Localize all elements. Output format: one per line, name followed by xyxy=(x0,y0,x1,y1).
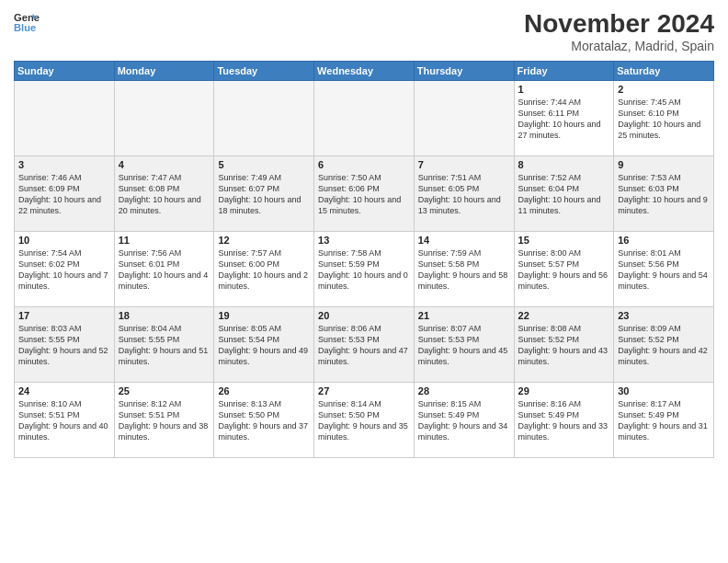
weekday-header: Tuesday xyxy=(214,62,314,81)
title-block: November 2024 Moratalaz, Madrid, Spain xyxy=(524,9,714,53)
location: Moratalaz, Madrid, Spain xyxy=(524,39,714,53)
day-info: Sunrise: 7:47 AM Sunset: 6:08 PM Dayligh… xyxy=(119,172,210,217)
day-info: Sunrise: 7:51 AM Sunset: 6:05 PM Dayligh… xyxy=(418,172,510,217)
day-number: 17 xyxy=(18,310,110,321)
calendar-cell: 29Sunrise: 8:16 AM Sunset: 5:49 PM Dayli… xyxy=(514,383,614,458)
day-info: Sunrise: 8:12 AM Sunset: 5:51 PM Dayligh… xyxy=(119,398,210,443)
day-info: Sunrise: 8:10 AM Sunset: 5:51 PM Dayligh… xyxy=(18,398,110,443)
calendar-cell: 11Sunrise: 7:56 AM Sunset: 6:01 PM Dayli… xyxy=(114,232,214,307)
calendar-cell: 6Sunrise: 7:50 AM Sunset: 6:06 PM Daylig… xyxy=(314,156,415,232)
calendar-week-row: 10Sunrise: 7:54 AM Sunset: 6:02 PM Dayli… xyxy=(15,232,714,307)
day-number: 15 xyxy=(518,235,610,246)
calendar-cell: 23Sunrise: 8:09 AM Sunset: 5:52 PM Dayli… xyxy=(614,307,714,383)
calendar-cell: 27Sunrise: 8:14 AM Sunset: 5:50 PM Dayli… xyxy=(314,383,415,458)
day-info: Sunrise: 8:08 AM Sunset: 5:52 PM Dayligh… xyxy=(518,323,610,368)
day-number: 30 xyxy=(618,385,710,396)
day-number: 3 xyxy=(18,159,110,170)
day-info: Sunrise: 8:16 AM Sunset: 5:49 PM Dayligh… xyxy=(518,398,610,443)
calendar-cell: 10Sunrise: 7:54 AM Sunset: 6:02 PM Dayli… xyxy=(15,232,115,307)
calendar-cell xyxy=(114,81,214,156)
calendar-cell: 4Sunrise: 7:47 AM Sunset: 6:08 PM Daylig… xyxy=(114,156,214,232)
day-info: Sunrise: 8:03 AM Sunset: 5:55 PM Dayligh… xyxy=(18,323,110,368)
day-info: Sunrise: 7:46 AM Sunset: 6:09 PM Dayligh… xyxy=(18,172,110,217)
day-number: 23 xyxy=(618,310,710,321)
day-info: Sunrise: 7:59 AM Sunset: 5:58 PM Dayligh… xyxy=(418,247,510,293)
page-header: General Blue November 2024 Moratalaz, Ma… xyxy=(14,9,714,53)
day-info: Sunrise: 8:15 AM Sunset: 5:49 PM Dayligh… xyxy=(418,398,510,443)
day-info: Sunrise: 8:05 AM Sunset: 5:54 PM Dayligh… xyxy=(218,323,310,368)
day-number: 20 xyxy=(318,310,410,321)
weekday-header: Friday xyxy=(514,62,614,81)
day-number: 1 xyxy=(518,84,610,95)
day-number: 19 xyxy=(218,310,310,321)
calendar-cell: 17Sunrise: 8:03 AM Sunset: 5:55 PM Dayli… xyxy=(15,307,115,383)
day-number: 25 xyxy=(119,385,210,396)
day-number: 12 xyxy=(218,235,310,246)
calendar-cell: 24Sunrise: 8:10 AM Sunset: 5:51 PM Dayli… xyxy=(15,383,115,458)
day-info: Sunrise: 8:04 AM Sunset: 5:55 PM Dayligh… xyxy=(119,323,210,368)
day-number: 26 xyxy=(218,385,310,396)
weekday-header: Wednesday xyxy=(314,62,415,81)
weekday-header: Thursday xyxy=(414,62,514,81)
calendar-cell: 8Sunrise: 7:52 AM Sunset: 6:04 PM Daylig… xyxy=(514,156,614,232)
calendar-cell: 18Sunrise: 8:04 AM Sunset: 5:55 PM Dayli… xyxy=(114,307,214,383)
day-info: Sunrise: 7:52 AM Sunset: 6:04 PM Dayligh… xyxy=(518,172,610,217)
day-number: 29 xyxy=(518,385,610,396)
calendar-cell: 9Sunrise: 7:53 AM Sunset: 6:03 PM Daylig… xyxy=(614,156,714,232)
day-info: Sunrise: 7:58 AM Sunset: 5:59 PM Dayligh… xyxy=(318,247,410,293)
day-number: 24 xyxy=(18,385,110,396)
calendar-cell: 20Sunrise: 8:06 AM Sunset: 5:53 PM Dayli… xyxy=(314,307,415,383)
day-info: Sunrise: 7:45 AM Sunset: 6:10 PM Dayligh… xyxy=(618,97,710,142)
day-info: Sunrise: 7:50 AM Sunset: 6:06 PM Dayligh… xyxy=(318,172,410,217)
day-number: 13 xyxy=(318,235,410,246)
day-number: 14 xyxy=(418,235,510,246)
day-info: Sunrise: 8:07 AM Sunset: 5:53 PM Dayligh… xyxy=(418,323,510,368)
weekday-header: Saturday xyxy=(614,62,714,81)
day-info: Sunrise: 7:56 AM Sunset: 6:01 PM Dayligh… xyxy=(119,247,210,293)
calendar-cell: 2Sunrise: 7:45 AM Sunset: 6:10 PM Daylig… xyxy=(614,81,714,156)
calendar-week-row: 3Sunrise: 7:46 AM Sunset: 6:09 PM Daylig… xyxy=(15,156,714,232)
day-info: Sunrise: 7:53 AM Sunset: 6:03 PM Dayligh… xyxy=(618,172,710,217)
day-info: Sunrise: 7:49 AM Sunset: 6:07 PM Dayligh… xyxy=(218,172,310,217)
calendar-cell: 30Sunrise: 8:17 AM Sunset: 5:49 PM Dayli… xyxy=(614,383,714,458)
day-number: 10 xyxy=(18,235,110,246)
calendar-cell xyxy=(414,81,514,156)
logo: General Blue xyxy=(14,9,40,35)
day-number: 22 xyxy=(518,310,610,321)
weekday-header: Sunday xyxy=(15,62,115,81)
calendar-cell: 13Sunrise: 7:58 AM Sunset: 5:59 PM Dayli… xyxy=(314,232,415,307)
day-info: Sunrise: 7:57 AM Sunset: 6:00 PM Dayligh… xyxy=(218,247,310,293)
day-number: 5 xyxy=(218,159,310,170)
calendar-cell xyxy=(314,81,415,156)
calendar-cell: 12Sunrise: 7:57 AM Sunset: 6:00 PM Dayli… xyxy=(214,232,314,307)
day-info: Sunrise: 7:44 AM Sunset: 6:11 PM Dayligh… xyxy=(518,97,610,142)
day-number: 4 xyxy=(119,159,210,170)
calendar-week-row: 17Sunrise: 8:03 AM Sunset: 5:55 PM Dayli… xyxy=(15,307,714,383)
calendar-cell: 3Sunrise: 7:46 AM Sunset: 6:09 PM Daylig… xyxy=(15,156,115,232)
month-title: November 2024 xyxy=(524,9,714,39)
day-info: Sunrise: 8:06 AM Sunset: 5:53 PM Dayligh… xyxy=(318,323,410,368)
day-number: 11 xyxy=(119,235,210,246)
day-info: Sunrise: 8:17 AM Sunset: 5:49 PM Dayligh… xyxy=(618,398,710,443)
calendar-cell: 5Sunrise: 7:49 AM Sunset: 6:07 PM Daylig… xyxy=(214,156,314,232)
calendar-cell: 28Sunrise: 8:15 AM Sunset: 5:49 PM Dayli… xyxy=(414,383,514,458)
svg-text:Blue: Blue xyxy=(14,22,36,33)
calendar-week-row: 24Sunrise: 8:10 AM Sunset: 5:51 PM Dayli… xyxy=(15,383,714,458)
day-info: Sunrise: 7:54 AM Sunset: 6:02 PM Dayligh… xyxy=(18,247,110,293)
calendar-cell: 1Sunrise: 7:44 AM Sunset: 6:11 PM Daylig… xyxy=(514,81,614,156)
calendar-cell: 19Sunrise: 8:05 AM Sunset: 5:54 PM Dayli… xyxy=(214,307,314,383)
logo-icon: General Blue xyxy=(14,9,40,35)
calendar-cell: 26Sunrise: 8:13 AM Sunset: 5:50 PM Dayli… xyxy=(214,383,314,458)
day-info: Sunrise: 8:14 AM Sunset: 5:50 PM Dayligh… xyxy=(318,398,410,443)
weekday-header: Monday xyxy=(114,62,214,81)
day-number: 27 xyxy=(318,385,410,396)
day-info: Sunrise: 8:09 AM Sunset: 5:52 PM Dayligh… xyxy=(618,323,710,368)
calendar-cell: 15Sunrise: 8:00 AM Sunset: 5:57 PM Dayli… xyxy=(514,232,614,307)
calendar-cell: 14Sunrise: 7:59 AM Sunset: 5:58 PM Dayli… xyxy=(414,232,514,307)
calendar-cell: 7Sunrise: 7:51 AM Sunset: 6:05 PM Daylig… xyxy=(414,156,514,232)
day-number: 9 xyxy=(618,159,710,170)
calendar-cell: 25Sunrise: 8:12 AM Sunset: 5:51 PM Dayli… xyxy=(114,383,214,458)
calendar-cell: 21Sunrise: 8:07 AM Sunset: 5:53 PM Dayli… xyxy=(414,307,514,383)
calendar-table: SundayMondayTuesdayWednesdayThursdayFrid… xyxy=(14,61,714,458)
day-number: 7 xyxy=(418,159,510,170)
